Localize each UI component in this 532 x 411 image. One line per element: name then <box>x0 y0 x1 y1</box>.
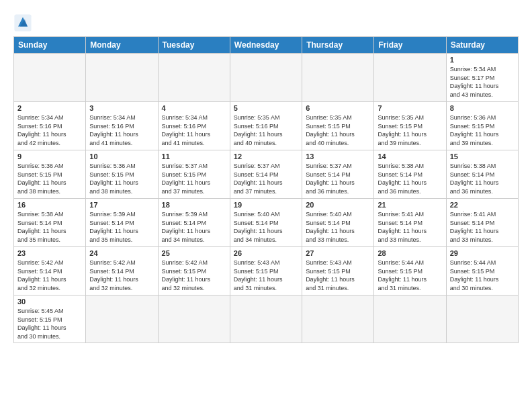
day-info: Sunrise: 5:38 AM Sunset: 5:14 PM Dayligh… <box>17 210 82 244</box>
day-info: Sunrise: 5:37 AM Sunset: 5:15 PM Dayligh… <box>162 162 226 195</box>
calendar-cell <box>14 54 86 102</box>
day-info: Sunrise: 5:40 AM Sunset: 5:14 PM Dayligh… <box>306 210 370 244</box>
day-info: Sunrise: 5:39 AM Sunset: 5:14 PM Dayligh… <box>162 210 226 244</box>
calendar-cell: 19Sunrise: 5:40 AM Sunset: 5:14 PM Dayli… <box>230 199 302 247</box>
week-row-6: 30Sunrise: 5:45 AM Sunset: 5:15 PM Dayli… <box>14 295 519 343</box>
day-number: 2 <box>17 104 82 112</box>
day-info: Sunrise: 5:35 AM Sunset: 5:15 PM Dayligh… <box>378 113 442 147</box>
calendar-cell: 12Sunrise: 5:37 AM Sunset: 5:14 PM Dayli… <box>230 150 302 199</box>
day-info: Sunrise: 5:38 AM Sunset: 5:14 PM Dayligh… <box>450 162 515 195</box>
day-info: Sunrise: 5:34 AM Sunset: 5:16 PM Dayligh… <box>17 113 82 147</box>
calendar-cell: 8Sunrise: 5:36 AM Sunset: 5:15 PM Daylig… <box>446 102 518 150</box>
day-info: Sunrise: 5:34 AM Sunset: 5:17 PM Dayligh… <box>450 65 515 99</box>
calendar-cell: 6Sunrise: 5:35 AM Sunset: 5:15 PM Daylig… <box>302 102 374 150</box>
calendar-cell <box>86 54 158 102</box>
day-info: Sunrise: 5:36 AM Sunset: 5:15 PM Dayligh… <box>89 162 154 195</box>
calendar-cell: 30Sunrise: 5:45 AM Sunset: 5:15 PM Dayli… <box>14 295 86 343</box>
day-number: 23 <box>17 249 82 257</box>
day-number: 17 <box>89 201 154 209</box>
day-info: Sunrise: 5:35 AM Sunset: 5:16 PM Dayligh… <box>234 113 298 147</box>
calendar-cell: 26Sunrise: 5:43 AM Sunset: 5:15 PM Dayli… <box>230 247 302 295</box>
day-number: 11 <box>162 152 226 161</box>
day-number: 8 <box>450 104 515 112</box>
calendar-cell: 28Sunrise: 5:44 AM Sunset: 5:15 PM Dayli… <box>374 247 446 295</box>
weekday-header-row: SundayMondayTuesdayWednesdayThursdayFrid… <box>14 37 519 54</box>
weekday-thursday: Thursday <box>302 37 374 54</box>
day-info: Sunrise: 5:34 AM Sunset: 5:16 PM Dayligh… <box>162 113 226 147</box>
calendar-cell: 7Sunrise: 5:35 AM Sunset: 5:15 PM Daylig… <box>374 102 446 150</box>
calendar-cell <box>86 295 158 343</box>
day-number: 3 <box>89 104 154 112</box>
weekday-friday: Friday <box>374 37 446 54</box>
calendar-cell: 5Sunrise: 5:35 AM Sunset: 5:16 PM Daylig… <box>230 102 302 150</box>
week-row-4: 16Sunrise: 5:38 AM Sunset: 5:14 PM Dayli… <box>14 199 519 247</box>
day-number: 1 <box>450 56 515 64</box>
calendar-cell: 29Sunrise: 5:44 AM Sunset: 5:15 PM Dayli… <box>446 247 518 295</box>
weekday-saturday: Saturday <box>446 37 518 54</box>
day-number: 22 <box>450 201 515 209</box>
day-number: 15 <box>450 152 515 161</box>
calendar-cell <box>230 295 302 343</box>
day-info: Sunrise: 5:39 AM Sunset: 5:14 PM Dayligh… <box>89 210 154 244</box>
day-number: 19 <box>234 201 298 209</box>
calendar-cell: 18Sunrise: 5:39 AM Sunset: 5:14 PM Dayli… <box>158 199 230 247</box>
week-row-2: 2Sunrise: 5:34 AM Sunset: 5:16 PM Daylig… <box>14 102 519 150</box>
week-row-3: 9Sunrise: 5:36 AM Sunset: 5:15 PM Daylig… <box>14 150 519 199</box>
calendar-cell <box>158 295 230 343</box>
day-number: 29 <box>450 249 515 257</box>
calendar-cell <box>158 54 230 102</box>
day-info: Sunrise: 5:41 AM Sunset: 5:14 PM Dayligh… <box>450 210 515 244</box>
calendar-cell: 13Sunrise: 5:37 AM Sunset: 5:14 PM Dayli… <box>302 150 374 199</box>
day-info: Sunrise: 5:37 AM Sunset: 5:14 PM Dayligh… <box>234 162 298 195</box>
day-number: 13 <box>306 152 370 161</box>
day-info: Sunrise: 5:41 AM Sunset: 5:14 PM Dayligh… <box>378 210 442 244</box>
calendar: SundayMondayTuesdayWednesdayThursdayFrid… <box>13 36 519 343</box>
calendar-cell: 25Sunrise: 5:42 AM Sunset: 5:15 PM Dayli… <box>158 247 230 295</box>
calendar-cell <box>374 295 446 343</box>
day-number: 12 <box>234 152 298 161</box>
week-row-5: 23Sunrise: 5:42 AM Sunset: 5:14 PM Dayli… <box>14 247 519 295</box>
day-info: Sunrise: 5:35 AM Sunset: 5:15 PM Dayligh… <box>306 113 370 147</box>
day-number: 20 <box>306 201 370 209</box>
page: SundayMondayTuesdayWednesdayThursdayFrid… <box>0 0 532 350</box>
day-info: Sunrise: 5:42 AM Sunset: 5:14 PM Dayligh… <box>89 259 154 292</box>
calendar-cell: 1Sunrise: 5:34 AM Sunset: 5:17 PM Daylig… <box>446 54 518 102</box>
calendar-cell <box>302 54 374 102</box>
day-info: Sunrise: 5:36 AM Sunset: 5:15 PM Dayligh… <box>450 113 515 147</box>
calendar-cell: 23Sunrise: 5:42 AM Sunset: 5:14 PM Dayli… <box>14 247 86 295</box>
day-info: Sunrise: 5:40 AM Sunset: 5:14 PM Dayligh… <box>234 210 298 244</box>
day-number: 27 <box>306 249 370 257</box>
day-info: Sunrise: 5:45 AM Sunset: 5:15 PM Dayligh… <box>17 307 82 340</box>
calendar-cell: 17Sunrise: 5:39 AM Sunset: 5:14 PM Dayli… <box>86 199 158 247</box>
weekday-wednesday: Wednesday <box>230 37 302 54</box>
calendar-cell: 14Sunrise: 5:38 AM Sunset: 5:14 PM Dayli… <box>374 150 446 199</box>
day-number: 9 <box>17 152 82 161</box>
calendar-cell <box>302 295 374 343</box>
calendar-cell: 4Sunrise: 5:34 AM Sunset: 5:16 PM Daylig… <box>158 102 230 150</box>
weekday-tuesday: Tuesday <box>158 37 230 54</box>
calendar-cell: 20Sunrise: 5:40 AM Sunset: 5:14 PM Dayli… <box>302 199 374 247</box>
calendar-cell: 22Sunrise: 5:41 AM Sunset: 5:14 PM Dayli… <box>446 199 518 247</box>
day-info: Sunrise: 5:43 AM Sunset: 5:15 PM Dayligh… <box>234 259 298 292</box>
weekday-sunday: Sunday <box>14 37 86 54</box>
day-info: Sunrise: 5:43 AM Sunset: 5:15 PM Dayligh… <box>306 259 370 292</box>
day-info: Sunrise: 5:36 AM Sunset: 5:15 PM Dayligh… <box>17 162 82 195</box>
day-number: 25 <box>162 249 226 257</box>
day-number: 18 <box>162 201 226 209</box>
day-info: Sunrise: 5:42 AM Sunset: 5:15 PM Dayligh… <box>162 259 226 292</box>
day-info: Sunrise: 5:37 AM Sunset: 5:14 PM Dayligh… <box>306 162 370 195</box>
calendar-cell: 24Sunrise: 5:42 AM Sunset: 5:14 PM Dayli… <box>86 247 158 295</box>
day-number: 26 <box>234 249 298 257</box>
calendar-cell: 10Sunrise: 5:36 AM Sunset: 5:15 PM Dayli… <box>86 150 158 199</box>
logo <box>13 13 35 32</box>
calendar-cell: 27Sunrise: 5:43 AM Sunset: 5:15 PM Dayli… <box>302 247 374 295</box>
day-number: 21 <box>378 201 442 209</box>
calendar-cell <box>446 295 518 343</box>
day-number: 28 <box>378 249 442 257</box>
weekday-monday: Monday <box>86 37 158 54</box>
day-number: 10 <box>89 152 154 161</box>
calendar-cell: 21Sunrise: 5:41 AM Sunset: 5:14 PM Dayli… <box>374 199 446 247</box>
day-number: 14 <box>378 152 442 161</box>
calendar-cell: 9Sunrise: 5:36 AM Sunset: 5:15 PM Daylig… <box>14 150 86 199</box>
calendar-cell <box>374 54 446 102</box>
